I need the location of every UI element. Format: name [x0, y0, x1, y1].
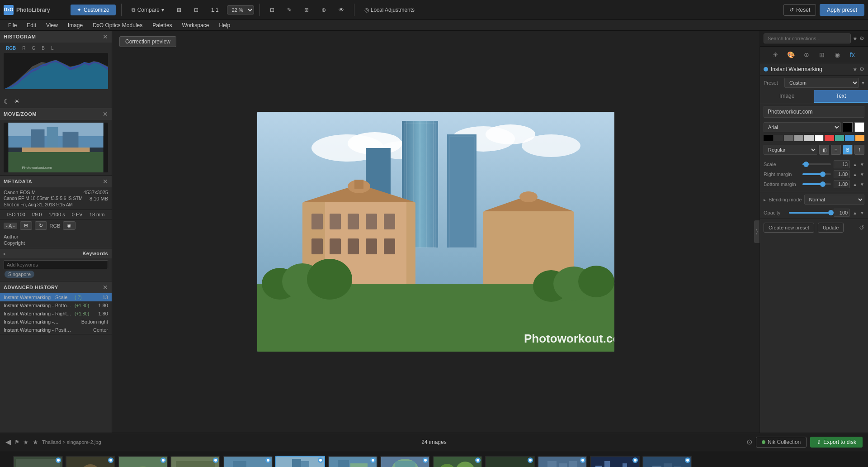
- history-item-0[interactable]: Instant Watermarking - Scale (-7) 13: [0, 293, 112, 301]
- color-red[interactable]: [825, 135, 834, 141]
- geometry-icon-btn[interactable]: ⊞: [815, 48, 829, 61]
- keywords-input[interactable]: [4, 260, 108, 269]
- opacity-stepper-down[interactable]: ▼: [860, 210, 864, 215]
- filmstrip-item-0[interactable]: [13, 456, 63, 467]
- repair-button[interactable]: ⊠: [300, 5, 313, 15]
- hist-tab-b[interactable]: B: [39, 45, 47, 51]
- menu-edit[interactable]: Edit: [22, 21, 41, 29]
- metadata-close-icon[interactable]: ✕: [103, 178, 108, 185]
- text-color-box-white[interactable]: [854, 122, 864, 132]
- hist-tab-g[interactable]: G: [29, 45, 38, 51]
- filmstrip-item-sg8[interactable]: singapore-8.jpg: [590, 456, 640, 467]
- local-adjustments-button[interactable]: ◎ Local Adjustments: [360, 5, 419, 15]
- color-green[interactable]: [835, 135, 844, 141]
- bottom-margin-value[interactable]: 1.80: [834, 180, 850, 188]
- main-image-area[interactable]: Photoworkout.com: [112, 31, 760, 433]
- refresh-icon[interactable]: ↺: [859, 224, 864, 231]
- reset-button[interactable]: ↺ Reset: [783, 4, 816, 16]
- opacity-value[interactable]: 100: [834, 209, 850, 217]
- right-margin-value[interactable]: 1.80: [834, 170, 850, 178]
- correction-star-icon[interactable]: ★: [853, 66, 858, 72]
- history-item-4[interactable]: Instant Watermarking - Position Center: [0, 326, 112, 334]
- menu-palettes[interactable]: Palettes: [148, 21, 176, 29]
- light-icon-btn[interactable]: ☀: [769, 48, 783, 61]
- filmstrip-item-bali4[interactable]: ★ ★ bali-4.jpg: [170, 456, 220, 467]
- red-eye-button[interactable]: ⊕: [317, 5, 330, 15]
- opacity-stepper-up[interactable]: ▲: [853, 210, 857, 215]
- zoom-selector[interactable]: 22 %: [227, 5, 254, 14]
- corrections-search-input[interactable]: [764, 33, 851, 43]
- correction-preview-button[interactable]: Correction preview: [119, 36, 176, 47]
- retouch-button[interactable]: ✎: [283, 5, 296, 15]
- star-1[interactable]: ★: [23, 438, 29, 446]
- menu-file[interactable]: File: [4, 21, 21, 29]
- filmstrip-item-bali2[interactable]: ★ ★ ★ bali-2.jpg: [66, 456, 115, 467]
- filmstrip-item-sg2[interactable]: ★ ★ ★ ★ singapore-2.jpg: [275, 456, 325, 467]
- right-panel-collapse-handle[interactable]: ⟩: [754, 220, 760, 243]
- profile-action-btn[interactable]: ◉: [63, 221, 75, 230]
- right-margin-slider-thumb[interactable]: [820, 172, 826, 177]
- menu-workspace[interactable]: Workspace: [178, 21, 214, 29]
- scale-slider-thumb[interactable]: [803, 162, 809, 167]
- font-style-select[interactable]: Regular: [764, 145, 817, 155]
- tab-image[interactable]: Image: [760, 90, 814, 103]
- compare-button[interactable]: ⧉ Compare ▾: [127, 5, 169, 15]
- hist-tab-rgb[interactable]: RGB: [4, 45, 18, 51]
- move-zoom-image[interactable]: Photoworkout.com: [4, 123, 108, 172]
- histogram-close-icon[interactable]: ✕: [103, 33, 108, 40]
- watermark-text-input[interactable]: [764, 106, 864, 118]
- filmstrip-item-sg4[interactable]: singapore-4.jpg: [380, 456, 430, 467]
- align-left-btn[interactable]: ◧: [819, 145, 829, 155]
- move-zoom-close-icon[interactable]: ✕: [103, 110, 108, 118]
- history-item-1[interactable]: Instant Watermarking - Botto... (+1.80) …: [0, 301, 112, 310]
- customize-tab[interactable]: ✦ Customize: [71, 5, 116, 15]
- menu-image[interactable]: Image: [63, 21, 87, 29]
- rotate-action-btn[interactable]: ↻: [35, 221, 47, 230]
- filmstrip-item-sg7[interactable]: singapore-7.jpg: [538, 456, 587, 467]
- scale-stepper-down[interactable]: ▼: [860, 162, 864, 167]
- filmstrip-item-sg5[interactable]: singapore-5.jpg: [433, 456, 482, 467]
- filmstrip-item-sg3[interactable]: singapore-3.jpg: [328, 456, 377, 467]
- update-button[interactable]: Update: [818, 223, 844, 233]
- color-icon-btn[interactable]: 🎨: [784, 48, 798, 61]
- nav-left-button[interactable]: ◀: [5, 438, 11, 446]
- sun-icon[interactable]: ☀: [14, 98, 20, 105]
- keyword-tag-singapore[interactable]: Singapore: [5, 271, 34, 278]
- text-color-box-black[interactable]: [843, 122, 853, 132]
- create-preset-button[interactable]: Create new preset: [764, 223, 814, 233]
- filmstrip-item-bali3[interactable]: ★ bali-3.jpg: [118, 456, 168, 467]
- filmstrip-scroll-icon[interactable]: ⊙: [746, 438, 752, 446]
- color-medgray[interactable]: [794, 135, 804, 141]
- correction-settings-icon[interactable]: ⚙: [859, 66, 864, 72]
- keywords-header[interactable]: ▸ Keywords: [0, 248, 112, 258]
- scale-value[interactable]: 13: [834, 160, 850, 168]
- watermark-icon-btn[interactable]: fx: [845, 48, 860, 61]
- move-zoom-header[interactable]: MOVE/ZOOM ✕: [0, 108, 112, 120]
- menu-view[interactable]: View: [42, 21, 62, 29]
- moon-icon[interactable]: ☾: [4, 98, 9, 105]
- opacity-slider-thumb[interactable]: [828, 210, 834, 215]
- search-star-icon[interactable]: ★: [853, 35, 858, 42]
- blending-mode-select[interactable]: Normal: [804, 195, 864, 205]
- history-item-3[interactable]: Instant Watermarking - Position Bottom r…: [0, 318, 112, 326]
- tab-text[interactable]: Text: [814, 90, 868, 103]
- view-button[interactable]: 👁: [334, 5, 349, 15]
- bottom-margin-slider-thumb[interactable]: [820, 181, 826, 187]
- color-blue[interactable]: [845, 135, 854, 141]
- opacity-slider-track[interactable]: [789, 212, 831, 214]
- color-lightgray[interactable]: [804, 135, 814, 141]
- history-item-2[interactable]: Instant Watermarking - Right... (+1.80) …: [0, 310, 112, 318]
- scale-stepper-up[interactable]: ▲: [853, 162, 857, 167]
- apply-preset-button[interactable]: Apply preset: [820, 4, 864, 16]
- detail-icon-btn[interactable]: ⊕: [799, 48, 814, 61]
- color-gray[interactable]: [784, 135, 793, 141]
- zoom-1-1-button[interactable]: 1:1: [207, 5, 223, 15]
- bottom-margin-stepper-down[interactable]: ▼: [860, 182, 864, 187]
- export-to-disk-button[interactable]: ⇪ Export to disk: [810, 437, 863, 448]
- star-2[interactable]: ★: [33, 438, 38, 446]
- hist-tab-l[interactable]: L: [49, 45, 56, 51]
- menu-help[interactable]: Help: [214, 21, 235, 29]
- scale-slider-track[interactable]: [802, 163, 831, 165]
- menu-dxo-optics[interactable]: DxO Optics Modules: [88, 21, 147, 29]
- nik-collection-button[interactable]: Nik Collection: [756, 437, 807, 448]
